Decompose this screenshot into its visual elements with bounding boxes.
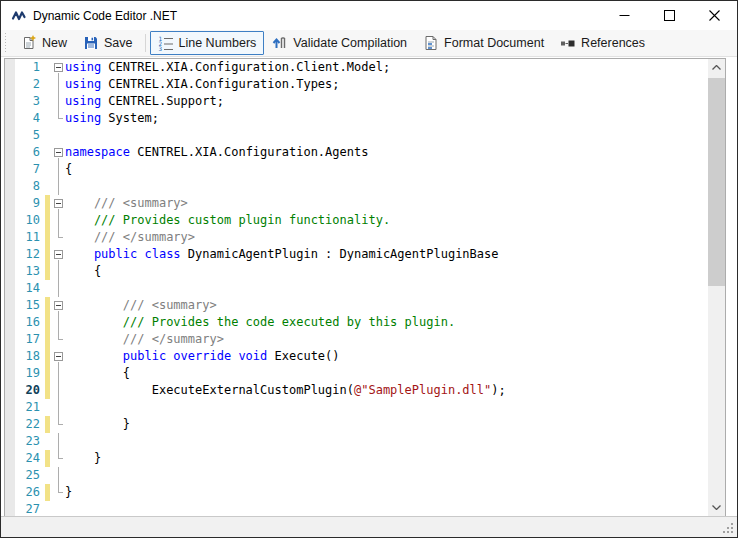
new-button[interactable]: New xyxy=(13,31,75,55)
code-line[interactable]: 25 xyxy=(5,467,708,484)
code-text: /// </summary> xyxy=(65,229,708,246)
save-icon xyxy=(83,35,99,51)
title-bar[interactable]: Dynamic Code Editor .NET xyxy=(1,1,737,30)
fold-guide xyxy=(52,484,65,501)
close-button[interactable] xyxy=(692,1,737,30)
references-button[interactable]: References xyxy=(552,31,653,55)
code-line[interactable]: 13 { xyxy=(5,263,708,280)
change-bar xyxy=(45,348,50,365)
fold-guide xyxy=(52,161,65,178)
change-bar xyxy=(45,195,50,212)
fold-guide xyxy=(52,382,65,399)
code-text: public class DynamicAgentPlugin : Dynami… xyxy=(65,246,708,263)
code-line[interactable]: 7{ xyxy=(5,161,708,178)
code-text: using System; xyxy=(65,110,708,127)
code-line[interactable]: 3using CENTREL.Support; xyxy=(5,93,708,110)
code-line[interactable]: 19 { xyxy=(5,365,708,382)
maximize-button[interactable] xyxy=(647,1,692,30)
change-bar xyxy=(45,127,50,144)
line-number: 17 xyxy=(5,331,43,348)
validate-compilation-button[interactable]: Validate Compilation xyxy=(264,31,415,55)
code-line[interactable]: 23 xyxy=(5,433,708,450)
fold-guide xyxy=(52,127,65,144)
change-bar xyxy=(45,297,50,314)
code-line[interactable]: 10 /// Provides custom plugin functional… xyxy=(5,212,708,229)
save-button[interactable]: Save xyxy=(75,31,141,55)
code-line[interactable]: 14 xyxy=(5,280,708,297)
code-line[interactable]: 18 public override void Execute() xyxy=(5,348,708,365)
change-bar xyxy=(45,331,50,348)
line-number: 5 xyxy=(5,127,43,144)
line-number: 10 xyxy=(5,212,43,229)
references-label: References xyxy=(581,36,645,50)
line-number: 20 xyxy=(5,382,43,399)
code-line[interactable]: 1using CENTREL.XIA.Configuration.Client.… xyxy=(5,59,708,76)
fold-guide xyxy=(52,93,65,110)
fold-guide xyxy=(52,314,65,331)
change-bar xyxy=(45,76,50,93)
code-line[interactable]: 8 xyxy=(5,178,708,195)
code-line[interactable]: 21 xyxy=(5,399,708,416)
code-line[interactable]: 26} xyxy=(5,484,708,501)
code-text: ExecuteExternalCustomPlugin(@"SamplePlug… xyxy=(65,382,708,399)
minimize-button[interactable] xyxy=(602,1,647,30)
chevron-down-icon xyxy=(712,505,721,510)
code-text xyxy=(65,433,708,450)
code-line[interactable]: 11 /// </summary> xyxy=(5,229,708,246)
vertical-scrollbar[interactable] xyxy=(708,59,725,516)
code-text: /// </summary> xyxy=(65,331,708,348)
horizontal-scrollbar-area[interactable] xyxy=(1,516,737,537)
line-number: 1 xyxy=(5,59,43,76)
code-line[interactable]: 17 /// </summary> xyxy=(5,331,708,348)
toolbar-separator xyxy=(145,34,146,52)
fold-collapse-icon[interactable] xyxy=(52,297,65,314)
fold-collapse-icon[interactable] xyxy=(52,144,65,161)
resize-grip[interactable] xyxy=(721,521,734,534)
code-editor[interactable]: 1using CENTREL.XIA.Configuration.Client.… xyxy=(4,58,726,517)
change-bar xyxy=(45,161,50,178)
svg-text:3: 3 xyxy=(158,45,162,51)
code-line[interactable]: 27 xyxy=(5,501,708,517)
vertical-scroll-thumb[interactable] xyxy=(708,78,725,286)
code-line[interactable]: 22 } xyxy=(5,416,708,433)
scroll-down-button[interactable] xyxy=(708,499,725,516)
change-bar xyxy=(45,484,50,501)
line-number: 9 xyxy=(5,195,43,212)
line-number: 13 xyxy=(5,263,43,280)
app-logo-icon xyxy=(11,8,27,24)
code-line[interactable]: 2using CENTREL.XIA.Configuration.Types; xyxy=(5,76,708,93)
line-number: 19 xyxy=(5,365,43,382)
line-number: 11 xyxy=(5,229,43,246)
line-numbers-toggle[interactable]: 1 2 3 Line Numbers xyxy=(150,31,265,55)
code-text xyxy=(65,280,708,297)
code-text: } xyxy=(65,484,708,501)
code-line[interactable]: 9 /// <summary> xyxy=(5,195,708,212)
code-line[interactable]: 16 /// Provides the code executed by thi… xyxy=(5,314,708,331)
toolbar-gripper[interactable] xyxy=(4,33,8,53)
code-line[interactable]: 12 public class DynamicAgentPlugin : Dyn… xyxy=(5,246,708,263)
line-number: 2 xyxy=(5,76,43,93)
code-line[interactable]: 4using System; xyxy=(5,110,708,127)
fold-collapse-icon[interactable] xyxy=(52,59,65,76)
code-text xyxy=(65,501,708,517)
format-document-button[interactable]: Format Document xyxy=(415,31,552,55)
change-bar xyxy=(45,467,50,484)
code-text: } xyxy=(65,450,708,467)
code-line[interactable]: 24 } xyxy=(5,450,708,467)
line-number: 16 xyxy=(5,314,43,331)
change-bar xyxy=(45,110,50,127)
code-line[interactable]: 5 xyxy=(5,127,708,144)
fold-collapse-icon[interactable] xyxy=(52,348,65,365)
scroll-up-button[interactable] xyxy=(708,59,725,76)
code-line[interactable]: 20 ExecuteExternalCustomPlugin(@"SampleP… xyxy=(5,382,708,399)
line-number: 24 xyxy=(5,450,43,467)
chevron-up-icon xyxy=(712,65,721,70)
change-bar xyxy=(45,433,50,450)
change-bar xyxy=(45,365,50,382)
code-line[interactable]: 6namespace CENTREL.XIA.Configuration.Age… xyxy=(5,144,708,161)
fold-collapse-icon[interactable] xyxy=(52,195,65,212)
change-bar xyxy=(45,144,50,161)
code-line[interactable]: 15 /// <summary> xyxy=(5,297,708,314)
fold-collapse-icon[interactable] xyxy=(52,246,65,263)
code-lines[interactable]: 1using CENTREL.XIA.Configuration.Client.… xyxy=(5,59,708,516)
